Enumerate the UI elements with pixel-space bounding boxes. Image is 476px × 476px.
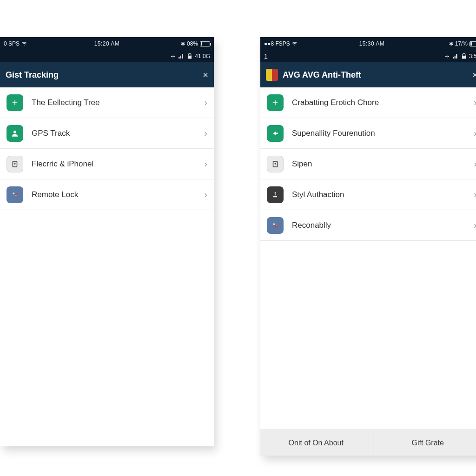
app-title: AVG AVG Anti-Theft <box>283 70 468 80</box>
chevron-right-icon: › <box>474 189 476 200</box>
list-item-label: Sipen <box>292 159 474 169</box>
carrier-text: ●●8 FSPS <box>264 40 290 47</box>
status-bar-secondary: 1 3:50 <box>260 50 476 62</box>
list-item[interactable]: Styl Authaction › <box>260 179 476 210</box>
list-item-label: Reconablly <box>292 221 474 230</box>
chevron-right-icon: › <box>204 128 207 139</box>
list-item[interactable]: GPS Track › <box>0 118 214 149</box>
svg-point-8 <box>273 223 275 225</box>
tool-icon <box>267 186 284 203</box>
list-item[interactable]: Crabatting Erotich Chore › <box>260 87 476 118</box>
plus-icon <box>267 94 284 111</box>
bluetooth-icon: ✱ <box>181 41 185 47</box>
battery-icon <box>200 41 210 46</box>
list-item[interactable]: Supenallity Fourenution › <box>260 118 476 149</box>
wifi-icon <box>444 53 450 60</box>
notification-count: 1 <box>264 53 442 60</box>
about-button-label: Onit of On About <box>289 439 344 447</box>
svg-point-0 <box>13 131 16 133</box>
plus-icon <box>7 94 23 111</box>
arrow-left-icon <box>267 125 284 142</box>
app-title: Gist Tracking <box>6 70 198 80</box>
list-item[interactable]: Remote Lock › <box>0 179 214 210</box>
chevron-right-icon: › <box>474 220 476 231</box>
svg-point-7 <box>275 163 276 164</box>
battery-percent: 17/% <box>455 40 468 47</box>
list-item-label: Supenallity Fourenution <box>292 129 474 138</box>
list-item-label: GPS Track <box>32 129 204 138</box>
person-icon <box>7 125 23 142</box>
chevron-right-icon: › <box>474 128 476 139</box>
network-text: 3:50 <box>469 53 476 60</box>
list-item-label: Crabatting Erotich Chore <box>292 98 474 107</box>
menu-list: The Eellecting Tree › GPS Track › Flecrr… <box>0 87 214 210</box>
list-item[interactable]: Flecrric & iPhonel › <box>0 149 214 179</box>
wifi-icon <box>292 41 298 46</box>
lock-icon <box>7 186 23 203</box>
svg-point-2 <box>14 163 16 164</box>
list-item[interactable]: The Eellecting Tree › <box>0 87 214 118</box>
bluetooth-icon: ✱ <box>449 41 453 47</box>
lock-icon <box>186 53 193 60</box>
list-item[interactable]: Sipen › <box>260 149 476 179</box>
list-item-label: Styl Authaction <box>292 190 474 199</box>
app-bar: AVG AVG Anti-Theft × <box>260 62 476 87</box>
list-item-label: Flecrric & iPhonel <box>32 159 204 169</box>
carrier-text: 0 SPS <box>4 40 20 47</box>
app-bar: Gist Tracking × <box>0 62 214 87</box>
status-bar: 0 SPS 15:20 AM ✱ 08% <box>0 37 214 50</box>
chevron-right-icon: › <box>474 97 476 108</box>
phone-right: ●●8 FSPS 15:30 AM ✱ 17/% 1 3:50 AVG AVG … <box>260 37 476 456</box>
close-button[interactable]: × <box>472 70 476 80</box>
lock-icon <box>267 217 284 234</box>
close-button[interactable]: × <box>203 70 208 80</box>
gift-button-label: Gift Grate <box>412 439 444 447</box>
status-bar: ●●8 FSPS 15:30 AM ✱ 17/% <box>260 37 476 50</box>
status-bar-secondary: 41 0G <box>0 50 214 62</box>
wifi-icon <box>21 41 27 46</box>
signal-icon <box>178 53 185 60</box>
about-button[interactable]: Onit of On About <box>260 430 372 456</box>
app-brand-icon <box>266 69 278 81</box>
signal-icon <box>452 53 459 60</box>
device-icon <box>7 156 23 172</box>
battery-percent: 08% <box>187 40 198 47</box>
status-time: 15:30 AM <box>336 40 408 47</box>
chevron-right-icon: › <box>204 97 207 108</box>
status-time: 15:20 AM <box>73 40 141 47</box>
list-item[interactable]: Reconablly › <box>260 210 476 241</box>
network-text: 41 0G <box>195 53 210 60</box>
lock-icon <box>461 53 467 60</box>
device-icon <box>267 156 284 172</box>
chevron-right-icon: › <box>204 189 207 200</box>
menu-list: Crabatting Erotich Chore › Supenallity F… <box>260 87 476 241</box>
gift-button[interactable]: Gift Grate <box>372 430 476 456</box>
phone-left: 0 SPS 15:20 AM ✱ 08% 41 0G Gist Tracking… <box>0 37 214 446</box>
list-item-label: Remote Lock <box>32 190 204 199</box>
bottom-bar: Onit of On About Gift Grate <box>260 430 476 456</box>
wifi-icon <box>170 53 176 60</box>
chevron-right-icon: › <box>474 159 476 169</box>
battery-icon <box>469 41 476 46</box>
svg-point-3 <box>13 192 14 194</box>
chevron-right-icon: › <box>204 159 207 169</box>
list-item-label: The Eellecting Tree <box>32 98 204 107</box>
